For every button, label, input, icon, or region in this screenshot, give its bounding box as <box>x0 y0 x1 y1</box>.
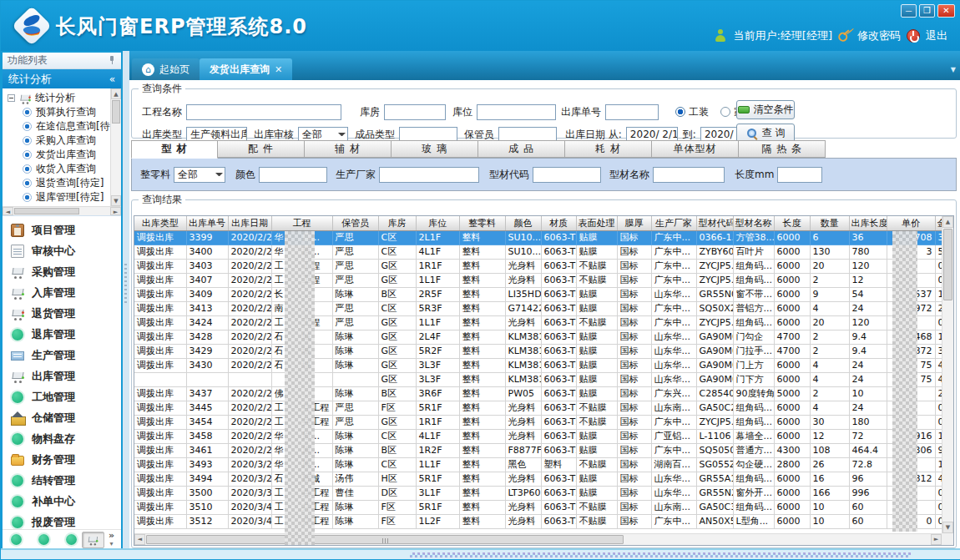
module-dot-icon[interactable] <box>11 534 22 545</box>
column-header[interactable]: 工程 <box>271 216 332 230</box>
cart-module-button[interactable] <box>82 532 104 548</box>
material-tab[interactable]: 辅 材 <box>305 140 392 158</box>
sidebar-item-报废管理[interactable]: 报废管理 <box>3 512 121 529</box>
tab-home[interactable]: 起始页 <box>132 58 200 80</box>
table-row[interactable]: 调拨出库34612020/2/28华 原...陈琳B区1R2F整料F8877FT… <box>134 443 952 457</box>
manufacturer-input[interactable] <box>379 167 479 183</box>
table-row[interactable]: 调拨出库34002020/2/25华 原...严思C区4L1F整料SU10...… <box>134 245 952 259</box>
sidebar-tree-item[interactable]: 采购入库查询 <box>3 134 121 148</box>
pin-icon[interactable] <box>109 56 116 65</box>
column-header[interactable]: 库位 <box>416 216 459 230</box>
table-row[interactable]: 调拨出库34542020/2/28工 共工程严思G区1R1F整料光身料6063-… <box>134 415 952 429</box>
table-row[interactable]: 调拨出库34072020/2/25工 工程严思G区1L1F整料光身料6063-T… <box>134 273 952 287</box>
radio-work-install[interactable] <box>675 107 685 117</box>
column-header[interactable]: 型材代码 <box>696 216 733 230</box>
table-row[interactable]: 调拨出库34942020/3/2石 辉城汤伟H区5R1F整料光身料6063-T5… <box>134 472 952 486</box>
sidebar-tree-item[interactable]: 收货入库查询 <box>3 162 121 176</box>
table-row[interactable]: 调拨出库34582020/2/28华 原...陈琳C区4L1F整料光身料6063… <box>134 429 952 443</box>
tree-vertical-scrollbar[interactable] <box>110 88 121 206</box>
tree-horizontal-scrollbar[interactable] <box>3 206 121 216</box>
order-no-input[interactable] <box>605 104 659 120</box>
column-header[interactable]: 膜厚 <box>617 216 651 230</box>
sidebar-item-补单中心[interactable]: 补单中心 <box>3 491 121 512</box>
location-input[interactable] <box>477 104 556 120</box>
sidebar-item-项目管理[interactable]: 项目管理 <box>3 219 121 240</box>
sidebar-item-生产管理[interactable]: 生产管理 <box>3 345 121 366</box>
minimize-button[interactable] <box>901 4 917 18</box>
collapse-icon[interactable] <box>109 73 115 85</box>
radio-home-install[interactable] <box>720 107 730 117</box>
column-header[interactable]: 数量 <box>810 216 849 230</box>
column-header[interactable]: 生产厂家 <box>651 216 696 230</box>
sidebar-tree-item[interactable]: 退货查询[待定] <box>3 176 121 190</box>
color-input[interactable] <box>259 167 327 183</box>
sidebar-tree-item[interactable]: 预算执行查询 <box>3 105 121 119</box>
table-row[interactable]: 调拨出库35102020/3/4工 共工程陈琳F区5R1F整料光身料6063-T… <box>134 500 952 514</box>
clear-conditions-button[interactable]: 清空条件 <box>736 100 795 119</box>
logout-link[interactable]: 退出 <box>926 28 947 43</box>
tab-close-icon[interactable] <box>275 64 282 75</box>
table-row[interactable]: 调拨出库35002020/3/3工 共工程曹佳D区3L1F整料LT3P60606… <box>134 486 952 500</box>
column-header[interactable]: 出库长度 <box>849 216 887 230</box>
column-header[interactable]: 出库单号 <box>186 216 228 230</box>
material-tab[interactable]: 单体型材 <box>652 140 739 158</box>
sidebar-item-工地管理[interactable]: 工地管理 <box>3 386 121 407</box>
change-password-link[interactable]: 修改密码 <box>857 28 901 43</box>
sidebar-item-采购管理[interactable]: 采购管理 <box>3 261 121 282</box>
close-button[interactable] <box>937 4 955 18</box>
column-header[interactable]: 保管员 <box>332 216 378 230</box>
sidebar-item-结转管理[interactable]: 结转管理 <box>3 470 121 491</box>
tree-expander-icon[interactable] <box>8 94 15 102</box>
module-dot-icon[interactable] <box>66 534 77 545</box>
material-tab[interactable]: 隔 热 条 <box>739 140 826 158</box>
material-tab[interactable]: 成 品 <box>478 140 565 158</box>
sidebar-item-物料盘存[interactable]: 物料盘存 <box>3 428 121 449</box>
table-row[interactable]: 调拨出库34092020/2/25长 ...陈琳B区2R5F整料LI35HD60… <box>134 287 952 301</box>
whole-part-select[interactable]: 全部 <box>174 167 225 183</box>
profile-code-input[interactable] <box>533 167 601 183</box>
table-row[interactable]: 调拨出库33992020/2/25华 原...严思C区2L1F整料SU10...… <box>134 230 952 245</box>
table-row[interactable]: 调拨出库34282020/2/26石 城陈琳G区2L4F整料KLM3817606… <box>134 330 952 344</box>
sidebar-tree-item[interactable]: 退库管理[待定] <box>3 190 121 204</box>
column-header[interactable]: 出库日期 <box>228 216 271 230</box>
column-header[interactable]: 型材名称 <box>733 216 774 230</box>
table-row[interactable]: 调拨出库35122020/3/4工 共工程陈琳F区1L2F整料光身料6063-T… <box>134 514 952 528</box>
column-header[interactable]: 库房 <box>378 216 416 230</box>
table-row[interactable]: 调拨出库34932020/3/2华 原...陈琳C区1L1F整料黑色塑料不贴膜国… <box>134 457 952 472</box>
column-header[interactable]: 整零料 <box>459 216 505 230</box>
profile-name-input[interactable] <box>653 167 725 183</box>
length-input[interactable] <box>777 167 822 183</box>
module-dot-icon[interactable] <box>38 534 49 545</box>
sidebar-item-仓储管理[interactable]: 仓储管理 <box>3 407 121 428</box>
maximize-button[interactable] <box>919 4 935 18</box>
table-row[interactable]: 调拨出库34292020/2/26石 城陈琳G区5R2F整料KLM3817606… <box>134 344 952 358</box>
table-row[interactable]: 调拨出库34452020/2/27工 共工程严思F区5R1F整料光身料6063-… <box>134 401 952 415</box>
sidebar-tree-item[interactable]: 发货出库查询 <box>3 148 121 162</box>
warehouse-input[interactable] <box>384 104 446 120</box>
tabstrip-dropdown-icon[interactable] <box>951 66 956 73</box>
table-row[interactable]: 调拨出库34132020/2/26南 ...严思C区5R3F整料G7142260… <box>134 301 952 315</box>
column-header[interactable]: 出库类型 <box>134 216 186 230</box>
column-header[interactable]: 材质 <box>541 216 576 230</box>
sidebar-item-退货管理[interactable]: 退货管理 <box>3 303 121 324</box>
table-row[interactable]: G区3L3F整料KLM38176063-T5贴膜国标山东华...GA90M09.… <box>134 372 952 386</box>
sidebar-item-财务管理[interactable]: 财务管理 <box>3 449 121 470</box>
table-row[interactable]: 调拨出库34372020/2/27佛 ...陈琳B区3R6F整料PW056063… <box>134 386 952 401</box>
grid-vertical-scrollbar[interactable] <box>942 216 953 533</box>
column-header[interactable]: 颜色 <box>505 216 541 230</box>
table-row[interactable]: 调拨出库34302020/2/26石 城陈琳G区3L3F整料KLM3817606… <box>134 358 952 372</box>
splitter-handle[interactable] <box>123 51 129 550</box>
material-tab[interactable]: 型 材 <box>131 140 218 159</box>
sidebar-item-审核中心[interactable]: 审核中心 <box>3 240 121 261</box>
tree-root-item[interactable]: 统计分析 <box>3 91 121 105</box>
table-row[interactable]: 调拨出库34032020/2/25工 工程严思G区1R1F整料光身料6063-T… <box>134 259 952 273</box>
column-header[interactable]: 表面处理 <box>576 216 617 230</box>
column-header[interactable]: 长度 <box>774 216 810 230</box>
sidebar-item-出库管理[interactable]: 出库管理 <box>3 366 121 386</box>
sidebar-item-入库管理[interactable]: 入库管理 <box>3 282 121 303</box>
material-tab[interactable]: 玻 璃 <box>392 140 478 158</box>
material-tab[interactable]: 配 件 <box>218 140 305 158</box>
more-modules-button[interactable] <box>109 532 114 547</box>
sidebar-item-退库管理[interactable]: 退库管理 <box>3 324 121 345</box>
project-name-input[interactable] <box>186 104 341 120</box>
